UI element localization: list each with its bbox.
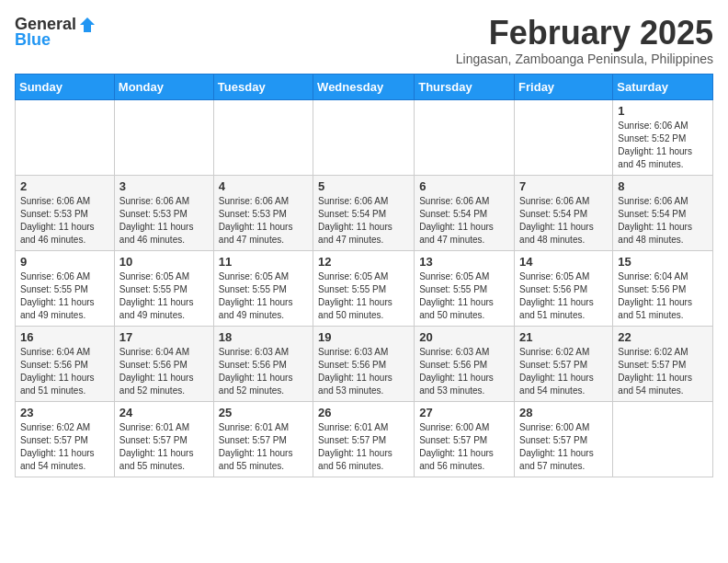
day-info: Sunrise: 6:06 AM Sunset: 5:54 PM Dayligh… [519, 195, 608, 247]
day-info: Sunrise: 6:00 AM Sunset: 5:57 PM Dayligh… [519, 421, 608, 473]
day-info: Sunrise: 6:06 AM Sunset: 5:54 PM Dayligh… [318, 195, 409, 247]
day-number: 9 [20, 255, 109, 269]
day-number: 15 [618, 255, 708, 269]
page-header: General Blue February 2025 Lingasan, Zam… [15, 15, 713, 66]
calendar-cell: 21Sunrise: 6:02 AM Sunset: 5:57 PM Dayli… [515, 326, 613, 401]
day-number: 12 [318, 255, 409, 269]
calendar-cell: 10Sunrise: 6:05 AM Sunset: 5:55 PM Dayli… [114, 250, 213, 326]
day-number: 17 [119, 330, 209, 344]
weekday-header: Tuesday [213, 74, 313, 99]
day-number: 1 [618, 104, 708, 118]
calendar-cell: 18Sunrise: 6:03 AM Sunset: 5:56 PM Dayli… [213, 326, 313, 401]
weekday-header: Saturday [613, 74, 713, 99]
calendar-cell: 2Sunrise: 6:06 AM Sunset: 5:53 PM Daylig… [16, 175, 115, 250]
day-info: Sunrise: 6:06 AM Sunset: 5:55 PM Dayligh… [20, 270, 109, 322]
calendar-cell: 25Sunrise: 6:01 AM Sunset: 5:57 PM Dayli… [213, 401, 313, 477]
calendar-cell: 8Sunrise: 6:06 AM Sunset: 5:54 PM Daylig… [613, 175, 713, 250]
calendar-cell: 1Sunrise: 6:06 AM Sunset: 5:52 PM Daylig… [613, 99, 713, 175]
day-number: 20 [419, 330, 509, 344]
title-section: February 2025 Lingasan, Zamboanga Penins… [456, 15, 713, 66]
day-number: 13 [419, 255, 509, 269]
day-info: Sunrise: 6:01 AM Sunset: 5:57 PM Dayligh… [119, 421, 209, 473]
day-info: Sunrise: 6:05 AM Sunset: 5:55 PM Dayligh… [318, 270, 409, 322]
day-number: 22 [618, 330, 708, 344]
day-info: Sunrise: 6:01 AM Sunset: 5:57 PM Dayligh… [219, 421, 308, 473]
weekday-header: Thursday [415, 74, 515, 99]
calendar-cell [613, 401, 713, 477]
day-number: 19 [318, 330, 409, 344]
day-info: Sunrise: 6:01 AM Sunset: 5:57 PM Dayligh… [318, 421, 409, 473]
calendar-cell: 11Sunrise: 6:05 AM Sunset: 5:55 PM Dayli… [213, 250, 313, 326]
calendar-cell [515, 99, 613, 175]
calendar-cell: 4Sunrise: 6:06 AM Sunset: 5:53 PM Daylig… [213, 175, 313, 250]
calendar-cell [114, 99, 213, 175]
calendar-week-row: 1Sunrise: 6:06 AM Sunset: 5:52 PM Daylig… [16, 99, 713, 175]
calendar-cell: 9Sunrise: 6:06 AM Sunset: 5:55 PM Daylig… [16, 250, 115, 326]
day-info: Sunrise: 6:04 AM Sunset: 5:56 PM Dayligh… [119, 346, 209, 397]
day-number: 8 [618, 179, 708, 193]
calendar-cell: 23Sunrise: 6:02 AM Sunset: 5:57 PM Dayli… [16, 401, 115, 477]
calendar-cell: 20Sunrise: 6:03 AM Sunset: 5:56 PM Dayli… [415, 326, 515, 401]
day-info: Sunrise: 6:05 AM Sunset: 5:55 PM Dayligh… [119, 270, 209, 322]
day-number: 4 [219, 179, 308, 193]
day-info: Sunrise: 6:00 AM Sunset: 5:57 PM Dayligh… [419, 421, 509, 473]
day-number: 11 [219, 255, 308, 269]
calendar-header-row: SundayMondayTuesdayWednesdayThursdayFrid… [16, 74, 713, 99]
calendar-cell: 15Sunrise: 6:04 AM Sunset: 5:56 PM Dayli… [613, 250, 713, 326]
calendar-cell: 5Sunrise: 6:06 AM Sunset: 5:54 PM Daylig… [313, 175, 415, 250]
calendar-cell [213, 99, 313, 175]
day-number: 14 [519, 255, 608, 269]
day-info: Sunrise: 6:02 AM Sunset: 5:57 PM Dayligh… [618, 346, 708, 397]
calendar-cell: 3Sunrise: 6:06 AM Sunset: 5:53 PM Daylig… [114, 175, 213, 250]
day-number: 18 [219, 330, 308, 344]
month-title: February 2025 [456, 15, 713, 52]
calendar-cell [313, 99, 415, 175]
day-info: Sunrise: 6:03 AM Sunset: 5:56 PM Dayligh… [419, 346, 509, 397]
day-number: 7 [519, 179, 608, 193]
calendar-week-row: 2Sunrise: 6:06 AM Sunset: 5:53 PM Daylig… [16, 175, 713, 250]
location-text: Lingasan, Zamboanga Peninsula, Philippin… [456, 52, 713, 66]
day-number: 16 [20, 330, 109, 344]
day-number: 10 [119, 255, 209, 269]
day-info: Sunrise: 6:06 AM Sunset: 5:53 PM Dayligh… [219, 195, 308, 247]
day-info: Sunrise: 6:02 AM Sunset: 5:57 PM Dayligh… [20, 421, 109, 473]
day-info: Sunrise: 6:06 AM Sunset: 5:54 PM Dayligh… [419, 195, 509, 247]
day-info: Sunrise: 6:04 AM Sunset: 5:56 PM Dayligh… [20, 346, 109, 397]
logo: General Blue [15, 15, 97, 50]
day-number: 28 [519, 406, 608, 419]
logo-icon [78, 16, 97, 34]
calendar-cell: 6Sunrise: 6:06 AM Sunset: 5:54 PM Daylig… [415, 175, 515, 250]
day-number: 6 [419, 179, 509, 193]
day-info: Sunrise: 6:02 AM Sunset: 5:57 PM Dayligh… [519, 346, 608, 397]
day-info: Sunrise: 6:05 AM Sunset: 5:55 PM Dayligh… [419, 270, 509, 322]
day-number: 24 [119, 406, 209, 419]
day-info: Sunrise: 6:06 AM Sunset: 5:52 PM Dayligh… [618, 120, 708, 171]
calendar-cell [16, 99, 115, 175]
calendar-cell: 16Sunrise: 6:04 AM Sunset: 5:56 PM Dayli… [16, 326, 115, 401]
day-number: 25 [219, 406, 308, 419]
day-info: Sunrise: 6:04 AM Sunset: 5:56 PM Dayligh… [618, 270, 708, 322]
calendar-week-row: 23Sunrise: 6:02 AM Sunset: 5:57 PM Dayli… [16, 401, 713, 477]
calendar-cell [415, 99, 515, 175]
calendar-cell: 13Sunrise: 6:05 AM Sunset: 5:55 PM Dayli… [415, 250, 515, 326]
day-info: Sunrise: 6:06 AM Sunset: 5:53 PM Dayligh… [119, 195, 209, 247]
calendar-cell: 19Sunrise: 6:03 AM Sunset: 5:56 PM Dayli… [313, 326, 415, 401]
day-info: Sunrise: 6:03 AM Sunset: 5:56 PM Dayligh… [219, 346, 308, 397]
day-number: 2 [20, 179, 109, 193]
calendar-week-row: 9Sunrise: 6:06 AM Sunset: 5:55 PM Daylig… [16, 250, 713, 326]
weekday-header: Friday [515, 74, 613, 99]
day-number: 5 [318, 179, 409, 193]
calendar-cell: 22Sunrise: 6:02 AM Sunset: 5:57 PM Dayli… [613, 326, 713, 401]
calendar-week-row: 16Sunrise: 6:04 AM Sunset: 5:56 PM Dayli… [16, 326, 713, 401]
day-info: Sunrise: 6:05 AM Sunset: 5:56 PM Dayligh… [519, 270, 608, 322]
day-info: Sunrise: 6:06 AM Sunset: 5:53 PM Dayligh… [20, 195, 109, 247]
calendar-cell: 26Sunrise: 6:01 AM Sunset: 5:57 PM Dayli… [313, 401, 415, 477]
calendar-cell: 17Sunrise: 6:04 AM Sunset: 5:56 PM Dayli… [114, 326, 213, 401]
svg-marker-0 [80, 17, 95, 32]
day-number: 21 [519, 330, 608, 344]
day-number: 23 [20, 406, 109, 419]
calendar-cell: 27Sunrise: 6:00 AM Sunset: 5:57 PM Dayli… [415, 401, 515, 477]
calendar-cell: 28Sunrise: 6:00 AM Sunset: 5:57 PM Dayli… [515, 401, 613, 477]
calendar-cell: 12Sunrise: 6:05 AM Sunset: 5:55 PM Dayli… [313, 250, 415, 326]
day-info: Sunrise: 6:06 AM Sunset: 5:54 PM Dayligh… [618, 195, 708, 247]
